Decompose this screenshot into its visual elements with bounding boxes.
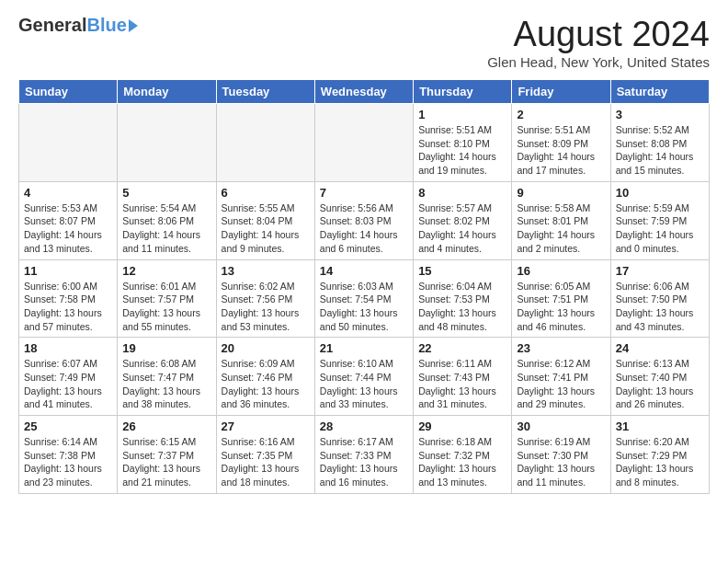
calendar-cell: 13Sunrise: 6:02 AM Sunset: 7:56 PM Dayli… bbox=[216, 259, 314, 338]
day-info: Sunrise: 5:56 AM Sunset: 8:03 PM Dayligh… bbox=[320, 201, 408, 256]
day-info: Sunrise: 6:13 AM Sunset: 7:40 PM Dayligh… bbox=[616, 357, 704, 411]
day-number: 26 bbox=[122, 419, 210, 433]
day-number: 28 bbox=[320, 419, 408, 433]
calendar-cell: 30Sunrise: 6:19 AM Sunset: 7:30 PM Dayli… bbox=[512, 416, 610, 494]
day-number: 1 bbox=[418, 108, 506, 121]
day-info: Sunrise: 6:02 AM Sunset: 7:56 PM Dayligh… bbox=[222, 280, 310, 334]
day-number: 27 bbox=[222, 419, 310, 433]
weekday-header-wednesday: Wednesday bbox=[314, 80, 413, 104]
day-info: Sunrise: 5:58 AM Sunset: 8:01 PM Dayligh… bbox=[517, 201, 605, 256]
day-info: Sunrise: 6:15 AM Sunset: 7:37 PM Dayligh… bbox=[122, 435, 210, 489]
week-row-2: 4Sunrise: 5:53 AM Sunset: 8:07 PM Daylig… bbox=[19, 181, 710, 259]
day-info: Sunrise: 5:52 AM Sunset: 8:08 PM Dayligh… bbox=[616, 123, 704, 178]
calendar-cell bbox=[314, 104, 413, 182]
day-number: 7 bbox=[320, 186, 408, 200]
day-info: Sunrise: 6:00 AM Sunset: 7:58 PM Dayligh… bbox=[24, 280, 112, 334]
day-number: 15 bbox=[418, 264, 506, 278]
calendar-cell: 7Sunrise: 5:56 AM Sunset: 8:03 PM Daylig… bbox=[314, 181, 413, 259]
calendar-cell: 4Sunrise: 5:53 AM Sunset: 8:07 PM Daylig… bbox=[19, 181, 118, 259]
day-number: 5 bbox=[122, 186, 210, 200]
logo-general-text: General bbox=[18, 15, 86, 36]
weekday-header-tuesday: Tuesday bbox=[216, 80, 314, 104]
logo-blue-text: Blue bbox=[86, 15, 126, 36]
calendar-cell: 12Sunrise: 6:01 AM Sunset: 7:57 PM Dayli… bbox=[118, 259, 216, 338]
day-info: Sunrise: 6:06 AM Sunset: 7:50 PM Dayligh… bbox=[616, 280, 704, 334]
day-info: Sunrise: 6:05 AM Sunset: 7:51 PM Dayligh… bbox=[517, 280, 605, 334]
day-number: 23 bbox=[517, 341, 605, 355]
calendar-cell: 17Sunrise: 6:06 AM Sunset: 7:50 PM Dayli… bbox=[610, 259, 709, 338]
day-info: Sunrise: 5:59 AM Sunset: 7:59 PM Dayligh… bbox=[616, 201, 704, 256]
day-number: 4 bbox=[24, 186, 112, 200]
calendar-cell: 21Sunrise: 6:10 AM Sunset: 7:44 PM Dayli… bbox=[314, 338, 413, 416]
weekday-header-row: SundayMondayTuesdayWednesdayThursdayFrid… bbox=[19, 80, 710, 104]
day-info: Sunrise: 5:51 AM Sunset: 8:10 PM Dayligh… bbox=[418, 123, 506, 178]
calendar-cell: 25Sunrise: 6:14 AM Sunset: 7:38 PM Dayli… bbox=[19, 416, 118, 494]
calendar-cell: 28Sunrise: 6:17 AM Sunset: 7:33 PM Dayli… bbox=[314, 416, 413, 494]
week-row-1: 1Sunrise: 5:51 AM Sunset: 8:10 PM Daylig… bbox=[19, 104, 710, 182]
week-row-4: 18Sunrise: 6:07 AM Sunset: 7:49 PM Dayli… bbox=[19, 338, 710, 416]
day-info: Sunrise: 6:18 AM Sunset: 7:32 PM Dayligh… bbox=[418, 435, 506, 489]
day-info: Sunrise: 6:01 AM Sunset: 7:57 PM Dayligh… bbox=[122, 280, 210, 334]
weekday-header-monday: Monday bbox=[118, 80, 216, 104]
calendar-cell: 11Sunrise: 6:00 AM Sunset: 7:58 PM Dayli… bbox=[19, 259, 118, 338]
calendar-cell: 2Sunrise: 5:51 AM Sunset: 8:09 PM Daylig… bbox=[512, 104, 610, 182]
day-number: 2 bbox=[517, 108, 605, 121]
title-area: August 2024 Glen Head, New York, United … bbox=[487, 15, 710, 70]
weekday-header-saturday: Saturday bbox=[610, 80, 709, 104]
calendar-cell: 6Sunrise: 5:55 AM Sunset: 8:04 PM Daylig… bbox=[216, 181, 314, 259]
calendar-cell: 23Sunrise: 6:12 AM Sunset: 7:41 PM Dayli… bbox=[512, 338, 610, 416]
day-number: 30 bbox=[517, 419, 605, 433]
day-number: 8 bbox=[418, 186, 506, 200]
day-info: Sunrise: 6:09 AM Sunset: 7:46 PM Dayligh… bbox=[222, 357, 310, 411]
day-number: 19 bbox=[122, 341, 210, 355]
day-number: 12 bbox=[122, 264, 210, 278]
day-info: Sunrise: 6:14 AM Sunset: 7:38 PM Dayligh… bbox=[24, 435, 112, 489]
day-number: 22 bbox=[418, 341, 506, 355]
calendar-cell: 5Sunrise: 5:54 AM Sunset: 8:06 PM Daylig… bbox=[118, 181, 216, 259]
day-number: 13 bbox=[222, 264, 310, 278]
day-info: Sunrise: 6:10 AM Sunset: 7:44 PM Dayligh… bbox=[320, 357, 408, 411]
day-number: 11 bbox=[24, 264, 112, 278]
day-number: 3 bbox=[616, 108, 704, 121]
logo: General Blue bbox=[18, 15, 138, 36]
day-info: Sunrise: 5:53 AM Sunset: 8:07 PM Dayligh… bbox=[24, 201, 112, 256]
day-info: Sunrise: 6:11 AM Sunset: 7:43 PM Dayligh… bbox=[418, 357, 506, 411]
day-info: Sunrise: 6:03 AM Sunset: 7:54 PM Dayligh… bbox=[320, 280, 408, 334]
weekday-header-thursday: Thursday bbox=[414, 80, 512, 104]
day-number: 6 bbox=[222, 186, 310, 200]
day-info: Sunrise: 5:54 AM Sunset: 8:06 PM Dayligh… bbox=[122, 201, 210, 256]
day-number: 18 bbox=[24, 341, 112, 355]
calendar-cell: 19Sunrise: 6:08 AM Sunset: 7:47 PM Dayli… bbox=[118, 338, 216, 416]
day-info: Sunrise: 5:55 AM Sunset: 8:04 PM Dayligh… bbox=[222, 201, 310, 256]
calendar-cell: 27Sunrise: 6:16 AM Sunset: 7:35 PM Dayli… bbox=[216, 416, 314, 494]
calendar-cell: 9Sunrise: 5:58 AM Sunset: 8:01 PM Daylig… bbox=[512, 181, 610, 259]
day-number: 16 bbox=[517, 264, 605, 278]
week-row-5: 25Sunrise: 6:14 AM Sunset: 7:38 PM Dayli… bbox=[19, 416, 710, 494]
calendar: SundayMondayTuesdayWednesdayThursdayFrid… bbox=[18, 79, 710, 494]
header: General Blue August 2024 Glen Head, New … bbox=[18, 15, 710, 70]
calendar-cell: 1Sunrise: 5:51 AM Sunset: 8:10 PM Daylig… bbox=[414, 104, 512, 182]
day-number: 31 bbox=[616, 419, 704, 433]
calendar-cell: 3Sunrise: 5:52 AM Sunset: 8:08 PM Daylig… bbox=[610, 104, 709, 182]
calendar-cell: 14Sunrise: 6:03 AM Sunset: 7:54 PM Dayli… bbox=[314, 259, 413, 338]
location: Glen Head, New York, United States bbox=[487, 54, 710, 70]
day-number: 17 bbox=[616, 264, 704, 278]
day-info: Sunrise: 6:19 AM Sunset: 7:30 PM Dayligh… bbox=[517, 435, 605, 489]
day-number: 20 bbox=[222, 341, 310, 355]
day-number: 10 bbox=[616, 186, 704, 200]
weekday-header-sunday: Sunday bbox=[19, 80, 118, 104]
day-number: 25 bbox=[24, 419, 112, 433]
calendar-cell: 8Sunrise: 5:57 AM Sunset: 8:02 PM Daylig… bbox=[414, 181, 512, 259]
calendar-cell: 20Sunrise: 6:09 AM Sunset: 7:46 PM Dayli… bbox=[216, 338, 314, 416]
calendar-cell: 22Sunrise: 6:11 AM Sunset: 7:43 PM Dayli… bbox=[414, 338, 512, 416]
calendar-cell: 15Sunrise: 6:04 AM Sunset: 7:53 PM Dayli… bbox=[414, 259, 512, 338]
day-number: 29 bbox=[418, 419, 506, 433]
day-info: Sunrise: 6:12 AM Sunset: 7:41 PM Dayligh… bbox=[517, 357, 605, 411]
day-info: Sunrise: 6:08 AM Sunset: 7:47 PM Dayligh… bbox=[122, 357, 210, 411]
calendar-cell: 24Sunrise: 6:13 AM Sunset: 7:40 PM Dayli… bbox=[610, 338, 709, 416]
day-info: Sunrise: 5:57 AM Sunset: 8:02 PM Dayligh… bbox=[418, 201, 506, 256]
calendar-cell bbox=[19, 104, 118, 182]
day-info: Sunrise: 6:20 AM Sunset: 7:29 PM Dayligh… bbox=[616, 435, 704, 489]
logo-triangle-icon bbox=[129, 19, 138, 32]
day-number: 9 bbox=[517, 186, 605, 200]
